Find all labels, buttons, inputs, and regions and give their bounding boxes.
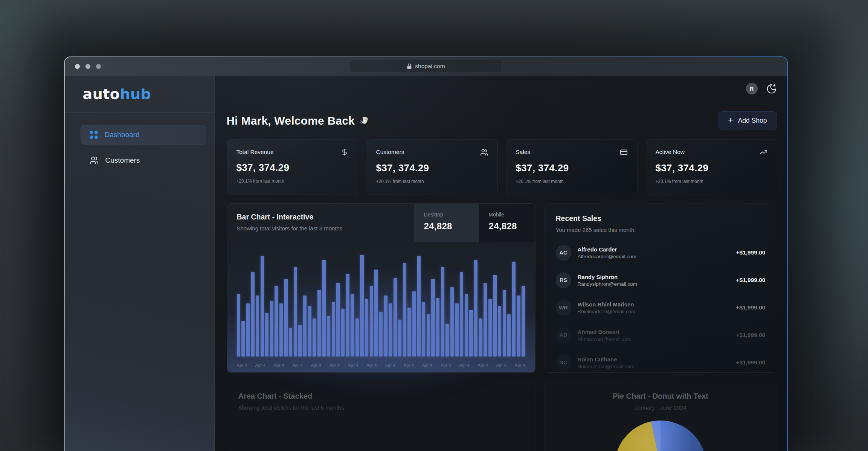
area-chart-subtitle: Showing total visitors for the last 6 mo… <box>238 404 524 411</box>
bar[interactable] <box>308 306 311 356</box>
bar[interactable] <box>517 296 520 357</box>
close-window-button[interactable] <box>75 64 80 69</box>
x-tick-label: Apr 4 <box>348 363 358 367</box>
bar[interactable] <box>422 302 425 357</box>
bar[interactable] <box>270 301 273 357</box>
bar[interactable] <box>351 294 354 357</box>
bar[interactable] <box>237 294 240 357</box>
x-tick-label: Apr 4 <box>477 363 488 367</box>
bar[interactable] <box>445 324 449 356</box>
bar[interactable] <box>522 286 525 356</box>
avatar[interactable]: R <box>746 83 758 94</box>
bar-chart-tab-desktop[interactable]: Desktop 24,828 <box>414 204 479 242</box>
stat-card-value: $37, 374.29 <box>376 162 488 174</box>
bar[interactable] <box>403 263 406 356</box>
bar[interactable] <box>327 316 330 357</box>
bar[interactable] <box>394 278 397 357</box>
recent-sale-row: RS Randy Siphron Randysiphron@email.com … <box>556 273 766 288</box>
sidebar-item-dashboard[interactable]: Dashboard <box>81 125 206 145</box>
add-shop-button[interactable]: + Add Shop <box>718 111 777 130</box>
recent-sales-card: Recent Sales You made 265 sales this mon… <box>544 203 777 373</box>
bar[interactable] <box>407 308 411 357</box>
address-bar[interactable]: shopai.com <box>350 60 501 72</box>
bar[interactable] <box>488 299 492 356</box>
bar[interactable] <box>503 290 506 356</box>
bar[interactable] <box>275 286 278 356</box>
customer-email: Nolanulhane@email.com <box>578 364 635 369</box>
bar-chart-tab-mobile[interactable]: Mobile 24,828 <box>479 204 535 242</box>
bar[interactable] <box>507 314 511 357</box>
stat-card-value: $37, 374.29 <box>516 162 628 174</box>
stat-card-icon <box>480 148 488 156</box>
recent-sales-subtitle: You made 265 sales this month. <box>556 227 766 233</box>
bar[interactable] <box>455 303 459 356</box>
bar[interactable] <box>284 279 288 356</box>
bar[interactable] <box>512 262 516 357</box>
bar[interactable] <box>441 267 444 357</box>
bar[interactable] <box>484 283 487 356</box>
bar[interactable] <box>294 267 297 357</box>
bar[interactable] <box>498 306 501 356</box>
bar[interactable] <box>246 303 250 356</box>
bar[interactable] <box>374 270 378 356</box>
bar[interactable] <box>384 296 387 357</box>
stat-card-change: +20.1% from last month <box>376 179 488 184</box>
bar[interactable] <box>479 318 482 357</box>
bar-chart-plot[interactable]: Apr 4Apr 4Apr 4Apr 4Apr 4Apr 4Apr 4Apr 4… <box>227 242 535 372</box>
bar[interactable] <box>465 294 468 357</box>
bar[interactable] <box>346 274 349 357</box>
bar[interactable] <box>265 313 268 356</box>
maximize-window-button[interactable] <box>96 64 101 69</box>
x-tick-label: Apr 4 <box>255 363 266 367</box>
bar[interactable] <box>261 256 264 356</box>
bar[interactable] <box>474 260 477 357</box>
bar[interactable] <box>398 320 401 356</box>
bar[interactable] <box>431 279 435 356</box>
bar[interactable] <box>251 272 254 356</box>
bar[interactable] <box>279 303 283 356</box>
bar[interactable] <box>322 260 325 357</box>
bar[interactable] <box>256 296 259 357</box>
bar[interactable] <box>427 314 430 357</box>
main-top-bar: R <box>227 76 777 96</box>
x-tick-label: Apr 4 <box>385 363 395 367</box>
stat-card: Total Revenue $37, 374.29 +20.1% from la… <box>227 139 358 195</box>
bar[interactable] <box>417 256 421 356</box>
bar[interactable] <box>241 321 245 357</box>
bar[interactable] <box>412 291 416 357</box>
bar[interactable] <box>336 283 340 356</box>
bar[interactable] <box>341 309 345 356</box>
customer-avatar: AC <box>556 245 571 261</box>
bar[interactable] <box>303 296 307 357</box>
bar-chart-header: Bar Chart - Interactive Showing total vi… <box>227 204 535 242</box>
bar[interactable] <box>460 272 463 356</box>
stat-card-title: Total Revenue <box>236 149 274 155</box>
bar[interactable] <box>298 325 302 357</box>
moon-star-icon[interactable] <box>766 83 777 94</box>
sale-amount: +$1,999.00 <box>736 359 765 366</box>
bar[interactable] <box>493 275 496 357</box>
bar[interactable] <box>370 286 373 356</box>
customer-email: Rhielmadsen@email.com <box>578 309 636 314</box>
minimize-window-button[interactable] <box>85 64 90 69</box>
stat-card-title: Sales <box>516 149 531 155</box>
bar[interactable] <box>389 303 392 356</box>
bar[interactable] <box>450 287 454 357</box>
bar[interactable] <box>365 299 368 356</box>
bar[interactable] <box>289 328 292 357</box>
bar[interactable] <box>313 318 316 357</box>
bar-chart-tabs: Desktop 24,828 Mobile 24,828 <box>414 204 535 242</box>
customer-avatar: WR <box>556 300 571 315</box>
bar[interactable] <box>360 255 363 357</box>
sidebar-item-customers[interactable]: Customers <box>81 151 206 170</box>
recent-sale-row: AD Ahmad Dorwart Ahmadwart@email.com +$1… <box>556 328 766 343</box>
bar[interactable] <box>469 310 473 356</box>
bar[interactable] <box>355 318 359 357</box>
add-shop-label: Add Shop <box>738 117 767 125</box>
customer-name: Ahmad Dorwart <box>578 329 632 335</box>
bar[interactable] <box>436 298 439 357</box>
logo-part-1: auto <box>83 86 120 102</box>
bar[interactable] <box>332 302 335 357</box>
bar[interactable] <box>379 312 383 357</box>
bar[interactable] <box>317 290 321 356</box>
